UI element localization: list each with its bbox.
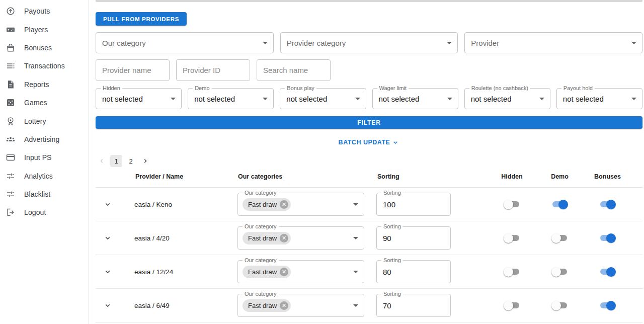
sidebar-item-lottery[interactable]: Lottery: [0, 112, 89, 130]
bonuses-toggle[interactable]: [599, 267, 616, 277]
batch-update-link[interactable]: BATCH UPDATE: [96, 138, 642, 146]
sidebar-item-games[interactable]: Games: [0, 94, 89, 112]
wager-limit-filter-select[interactable]: Wager limit not selected: [372, 88, 458, 109]
dice-icon: [6, 98, 16, 108]
toggle-thumb: [504, 301, 513, 310]
sidebar-item-label: Analytics: [24, 172, 53, 180]
select-label: Demo: [193, 85, 211, 91]
chevron-right-icon: [141, 157, 149, 165]
header-provider-name: Provider / Name: [119, 173, 237, 180]
sorting-input[interactable]: [377, 294, 450, 316]
sidebar-item-advertising[interactable]: Advertising: [0, 130, 89, 148]
chip-delete-icon[interactable]: ✕: [280, 234, 288, 242]
provider-id-input[interactable]: [176, 59, 250, 81]
select-label: Our category: [243, 257, 279, 263]
expand-row-button[interactable]: [96, 233, 119, 242]
previous-page-button[interactable]: [96, 155, 108, 167]
chevron-down-icon: [103, 233, 112, 242]
sidebar-item-logout[interactable]: Logout: [0, 203, 89, 221]
chevron-down-icon: [103, 267, 112, 276]
credit-card-icon: [6, 152, 16, 163]
header-our-categories: Our categories: [237, 173, 376, 180]
sidebar-item-reports[interactable]: Reports: [0, 75, 89, 94]
expand-row-button[interactable]: [96, 301, 119, 310]
bonuses-toggle[interactable]: [599, 233, 616, 243]
sorting-input[interactable]: [377, 261, 450, 283]
chip-delete-icon[interactable]: ✕: [280, 268, 288, 276]
sidebar-item-payouts[interactable]: Payouts: [0, 2, 89, 20]
bonuses-toggle[interactable]: [599, 301, 616, 310]
hidden-filter-select[interactable]: Hidden not selected: [96, 88, 182, 109]
chevron-down-icon: [171, 98, 176, 100]
next-page-button[interactable]: [139, 155, 151, 167]
toggle-thumb: [606, 200, 616, 209]
sidebar-item-analytics[interactable]: Analytics: [0, 167, 89, 185]
document-icon: [6, 79, 16, 90]
roulette-filter-select[interactable]: Roulette (no cashback) not selected: [464, 88, 550, 109]
toggle-thumb: [504, 233, 513, 243]
select-label: Hidden: [101, 85, 122, 91]
table-header: Provider / Name Our categories Sorting H…: [96, 173, 642, 188]
toggle-thumb: [558, 200, 568, 209]
row-category-select[interactable]: Our category Fast draw ✕: [237, 294, 364, 317]
page-button-2[interactable]: 2: [125, 155, 137, 167]
sidebar-item-bonuses[interactable]: Bonuses: [0, 39, 89, 57]
list-icon: [6, 61, 16, 71]
sidebar-item-label: Logout: [24, 208, 46, 216]
sorting-input[interactable]: [377, 193, 450, 215]
sidebar-item-label: Blacklist: [24, 190, 50, 198]
hidden-toggle[interactable]: [504, 233, 520, 243]
row-category-select[interactable]: Our category Fast draw ✕: [237, 260, 364, 283]
sidebar-item-transactions[interactable]: Transactions: [0, 57, 89, 75]
hidden-toggle[interactable]: [504, 267, 520, 277]
pull-from-providers-button[interactable]: PULL FROM PROVIDERS: [96, 12, 187, 26]
chip-delete-icon[interactable]: ✕: [280, 200, 288, 209]
search-name-input[interactable]: [257, 59, 331, 81]
sidebar-item-label: Input PS: [24, 153, 52, 161]
chip-delete-icon[interactable]: ✕: [280, 301, 288, 310]
chip-label: Fast draw: [248, 201, 277, 208]
bonuses-toggle[interactable]: [599, 200, 616, 209]
category-chip: Fast draw ✕: [243, 232, 291, 245]
header-demo: Demo: [536, 173, 584, 180]
row-category-select[interactable]: Our category Fast draw ✕: [237, 226, 364, 250]
input-label: Sorting: [381, 223, 403, 229]
sidebar: Payouts Players Bonuses Transactions Rep…: [0, 0, 89, 324]
payout-hold-filter-select[interactable]: Payout hold not selected: [556, 88, 642, 109]
page-button-1[interactable]: 1: [110, 155, 122, 167]
sidebar-item-players[interactable]: Players: [0, 20, 89, 38]
bonus-play-filter-select[interactable]: Bonus play not selected: [280, 88, 366, 109]
expand-row-button[interactable]: [96, 200, 119, 209]
select-value: not selected: [194, 95, 235, 103]
chevron-down-icon: [631, 42, 636, 44]
sidebar-item-input-ps[interactable]: Input PS: [0, 148, 89, 167]
demo-toggle[interactable]: [551, 233, 568, 243]
provider-name-input[interactable]: [96, 59, 170, 81]
expand-row-button[interactable]: [96, 267, 119, 276]
chevron-down-icon: [631, 98, 636, 100]
select-value: not selected: [563, 95, 604, 103]
demo-toggle[interactable]: [551, 200, 568, 209]
logout-icon: [6, 207, 16, 217]
chip-label: Fast draw: [248, 302, 277, 309]
chevron-down-icon: [355, 98, 360, 100]
toggle-thumb: [606, 267, 616, 277]
demo-toggle[interactable]: [551, 301, 568, 310]
row-category-select[interactable]: Our category Fast draw ✕: [237, 193, 364, 216]
our-category-select[interactable]: Our category: [96, 32, 274, 53]
chevron-down-icon: [391, 138, 399, 146]
hidden-toggle[interactable]: [504, 200, 520, 209]
provider-select[interactable]: Provider: [464, 32, 642, 53]
filter-button[interactable]: FILTER: [96, 116, 642, 129]
tune-sliders-icon: [6, 189, 16, 199]
chevron-down-icon: [539, 98, 544, 100]
demo-toggle[interactable]: [551, 267, 568, 277]
sorting-input[interactable]: [377, 227, 450, 249]
hidden-toggle[interactable]: [504, 301, 520, 310]
demo-filter-select[interactable]: Demo not selected: [188, 88, 274, 109]
gift-bag-icon: [6, 43, 16, 53]
select-placeholder: Provider category: [287, 39, 346, 47]
provider-category-select[interactable]: Provider category: [280, 32, 458, 53]
top-divider: [96, 0, 642, 2]
sidebar-item-blacklist[interactable]: Blacklist: [0, 185, 89, 203]
